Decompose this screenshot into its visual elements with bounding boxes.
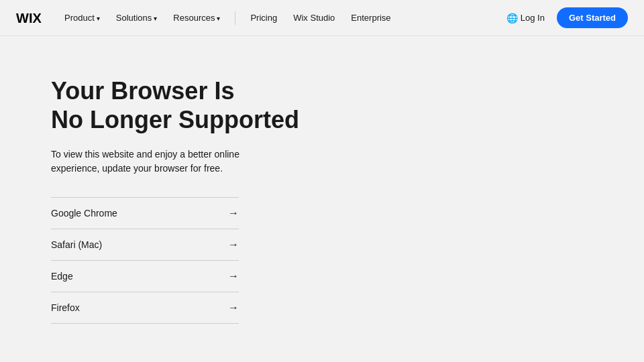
login-label: Log In	[521, 13, 545, 23]
arrow-icon: →	[228, 270, 239, 282]
nav-link-product[interactable]: Product▾	[58, 9, 107, 27]
chevron-down-icon: ▾	[154, 15, 157, 22]
arrow-icon: →	[228, 302, 239, 314]
browser-name: Google Chrome	[51, 208, 117, 219]
headline-line2: No Longer Supported	[51, 106, 299, 133]
nav-link-label: Wix Studio	[293, 13, 335, 23]
main-headline: Your Browser Is No Longer Supported	[51, 76, 333, 134]
browser-list-item[interactable]: Google Chrome→	[51, 197, 239, 229]
browser-list-item[interactable]: Safari (Mac)→	[51, 229, 239, 261]
nav-link-label: Resources	[173, 13, 215, 23]
arrow-icon: →	[228, 207, 239, 219]
login-button[interactable]: 🌐 Log In	[500, 9, 551, 27]
nav-link-label: Pricing	[250, 13, 277, 23]
wix-logo[interactable]: WIX	[16, 11, 42, 25]
nav-link-wix-studio[interactable]: Wix Studio	[286, 9, 341, 27]
browser-name: Edge	[51, 271, 73, 282]
browser-list-item[interactable]: Firefox→	[51, 292, 239, 324]
nav-links: Product▾Solutions▾Resources▾PricingWix S…	[58, 9, 500, 27]
svg-text:WIX: WIX	[16, 11, 42, 25]
main-subtext: To view this website and enjoy a better …	[51, 147, 286, 176]
nav-right: 🌐 Log In Get Started	[500, 7, 628, 28]
browser-name: Firefox	[51, 302, 80, 313]
nav-link-pricing[interactable]: Pricing	[244, 9, 284, 27]
nav-divider	[235, 11, 235, 25]
arrow-icon: →	[228, 239, 239, 251]
browser-list-item[interactable]: Edge→	[51, 261, 239, 292]
nav-link-label: Solutions	[116, 13, 152, 23]
nav-link-label: Product	[64, 13, 95, 23]
browser-name: Safari (Mac)	[51, 239, 102, 250]
nav-link-solutions[interactable]: Solutions▾	[109, 9, 164, 27]
nav-link-enterprise[interactable]: Enterprise	[344, 9, 397, 27]
headline-line1: Your Browser Is	[51, 77, 234, 105]
get-started-button[interactable]: Get Started	[557, 7, 628, 28]
chevron-down-icon: ▾	[217, 15, 220, 22]
nav-link-label: Enterprise	[351, 13, 390, 23]
nav-link-resources[interactable]: Resources▾	[166, 9, 227, 27]
main-content: Your Browser Is No Longer Supported To v…	[0, 36, 644, 324]
chevron-down-icon: ▾	[97, 15, 100, 22]
globe-icon: 🌐	[506, 13, 518, 23]
browser-list: Google Chrome→Safari (Mac)→Edge→Firefox→	[51, 197, 239, 324]
navbar: WIX Product▾Solutions▾Resources▾PricingW…	[0, 0, 644, 36]
